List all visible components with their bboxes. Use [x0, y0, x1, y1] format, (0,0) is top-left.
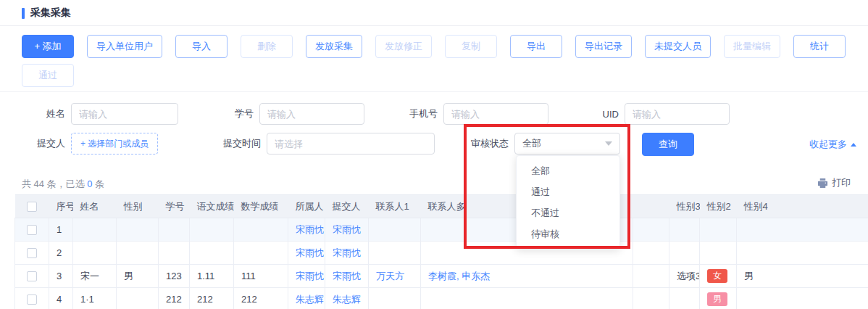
contacts-link[interactable]: 李树霞, 申东杰: [428, 271, 490, 281]
col-student-no: 学号: [159, 195, 190, 218]
audit-status-dropdown: 全部 通过 不通过 待审核: [516, 155, 620, 250]
phone-input[interactable]: [443, 103, 548, 125]
row-checkbox[interactable]: [27, 294, 37, 305]
phone-label: 手机号: [406, 107, 438, 120]
page-title-text: 采集采集: [30, 7, 71, 20]
delete-button: 删除: [241, 35, 293, 58]
col-submitter: 提交人: [325, 195, 369, 218]
cell-student-no: 212: [159, 288, 190, 309]
submit-time-input[interactable]: [267, 133, 435, 154]
import-unit-users-button[interactable]: 导入单位用户: [87, 35, 162, 58]
export-records-button[interactable]: 导出记录: [575, 35, 632, 58]
col-math-score: 数学成绩: [234, 195, 288, 218]
record-count-summary: 共 44 条，已选 0 条: [22, 178, 104, 191]
col-owner: 所属人: [288, 195, 325, 218]
issue-correct-button: 发放修正: [375, 35, 432, 58]
name-input[interactable]: [71, 103, 178, 125]
gender2-badge: 女: [707, 269, 727, 283]
unsubmitted-users-button[interactable]: 未提交人员: [645, 35, 711, 58]
title-accent-bar: [22, 8, 25, 19]
toolbar-row-1: + 添加 导入单位用户 导入 删除 发放采集 发放修正 复制 导出 导出记录 未…: [22, 35, 846, 58]
cell-seq: 2: [49, 242, 73, 265]
search-button[interactable]: 查询: [642, 133, 694, 156]
page: 采集采集 + 添加 导入单位用户 导入 删除 发放采集 发放修正 复制 导出 导…: [0, 0, 868, 309]
cell-student-no: 123: [159, 265, 190, 288]
export-button[interactable]: 导出: [510, 35, 562, 58]
col-contact1: 联系人1: [369, 195, 421, 218]
table-row: 1 宋雨忱 宋雨忱 查看编辑删除更多 ▸: [15, 218, 868, 242]
cell-seq: 3: [49, 265, 73, 288]
owner-link[interactable]: 朱志辉: [296, 294, 324, 305]
page-title: 采集采集: [22, 7, 71, 20]
cell-name: 1·1: [73, 288, 117, 309]
selected-count: 0: [87, 178, 92, 189]
owner-link[interactable]: 宋雨忱: [296, 224, 324, 235]
filter-submitter: 提交人 + 选择部门或成员: [22, 133, 158, 154]
submitter-label: 提交人: [22, 137, 65, 150]
student-no-input[interactable]: [259, 103, 364, 125]
col-seq: 序号: [49, 195, 73, 218]
filter-uid: UID: [587, 103, 730, 125]
uid-input[interactable]: [625, 103, 730, 125]
owner-link[interactable]: 宋雨忱: [296, 247, 324, 258]
table-header-row: 序号 姓名 性别 学号 语文成绩 数学成绩 所属人 提交人 联系人1 联系人多 …: [15, 195, 868, 218]
col-gender2: 性别2: [700, 195, 737, 218]
filter-submit-time: 提交时间: [217, 133, 435, 154]
col-name: 姓名: [73, 195, 117, 218]
submitter-link[interactable]: 宋雨忱: [333, 271, 361, 281]
dropdown-option-pass[interactable]: 通过: [517, 181, 619, 202]
gender2-badge: 男: [707, 292, 727, 306]
toolbar-row-2: 通过: [22, 64, 74, 87]
col-gender: 性别: [117, 195, 159, 218]
cell-math-score: 111: [234, 265, 288, 288]
uid-label: UID: [587, 109, 619, 120]
dropdown-option-fail[interactable]: 不通过: [517, 202, 619, 223]
select-all-checkbox[interactable]: [27, 202, 37, 212]
col-chinese-score: 语文成绩: [190, 195, 234, 218]
import-button[interactable]: 导入: [175, 35, 228, 58]
cell-gender4: 男: [737, 265, 868, 288]
issue-collect-button[interactable]: 发放采集: [306, 35, 362, 58]
select-dept-member-button[interactable]: + 选择部门或成员: [71, 133, 158, 154]
row-checkbox[interactable]: [27, 248, 37, 258]
cell-chinese-score: 1.11: [190, 265, 234, 288]
audit-status-label: 审核状态: [464, 137, 509, 150]
statistics-button[interactable]: 统计: [793, 35, 846, 58]
row-checkbox[interactable]: [27, 271, 37, 281]
batch-edit-button: 批量编辑: [724, 35, 780, 58]
student-no-label: 学号: [217, 107, 254, 120]
contact1-link[interactable]: 万天方: [376, 271, 404, 281]
cell-seq: 1: [49, 218, 73, 242]
approve-button: 通过: [22, 64, 74, 87]
owner-link[interactable]: 宋雨忱: [296, 271, 324, 281]
filter-student-no: 学号: [217, 103, 364, 125]
dropdown-option-pending[interactable]: 待审核: [517, 223, 619, 244]
submitter-link[interactable]: 宋雨忱: [333, 224, 361, 235]
filter-phone: 手机号: [406, 103, 548, 125]
table-row: 2 宋雨忱 宋雨忱 查看编辑删除更多 ▸: [15, 242, 868, 265]
dropdown-option-all[interactable]: 全部: [517, 160, 619, 181]
printer-icon: [817, 178, 828, 189]
chevron-up-icon: [851, 143, 856, 147]
table-row: 4 1·1 212 212 212 朱志辉 朱志辉 男 查看编辑删除更多 ▸: [15, 288, 868, 309]
print-button[interactable]: 打印: [817, 176, 851, 189]
summary-text: 共 44 条，已选: [22, 178, 85, 189]
toolbar-divider: [0, 91, 868, 92]
submitter-link[interactable]: 宋雨忱: [333, 247, 361, 258]
cell-seq: 4: [49, 288, 73, 309]
summary-unit: 条: [95, 178, 104, 189]
title-divider: [0, 25, 868, 26]
collapse-more-link[interactable]: 收起更多: [809, 138, 856, 151]
col-gender4: 性别4: [737, 195, 868, 218]
submitter-link[interactable]: 朱志辉: [333, 294, 361, 305]
add-button[interactable]: + 添加: [22, 35, 74, 58]
cell-gender: [117, 288, 159, 309]
collapse-more-label: 收起更多: [809, 138, 847, 151]
cell-math-score: 212: [234, 288, 288, 309]
audit-status-select[interactable]: 全部: [514, 133, 620, 154]
row-checkbox[interactable]: [27, 225, 37, 235]
cell-chinese-score: 212: [190, 288, 234, 309]
cell-name: 宋一: [73, 265, 117, 288]
filter-audit-status: 审核状态 全部: [464, 133, 620, 154]
col-hidden: [633, 195, 669, 218]
